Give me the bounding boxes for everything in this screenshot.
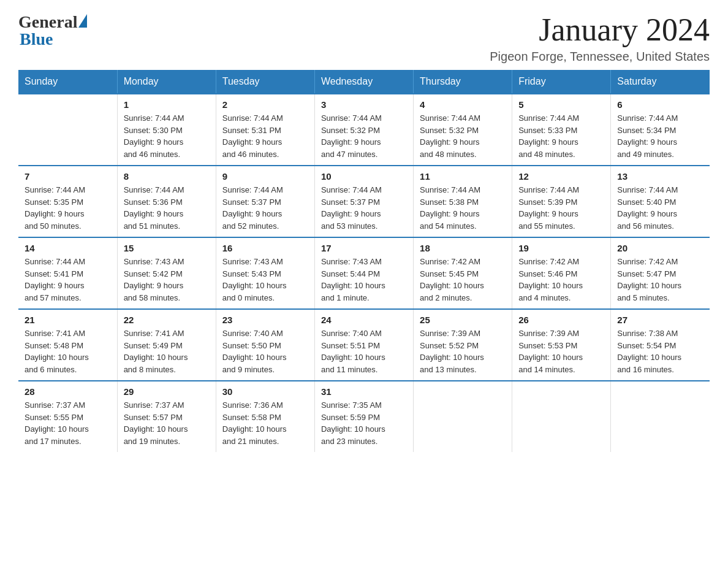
calendar-cell	[414, 381, 512, 452]
day-number: 10	[321, 171, 407, 182]
calendar-week-row: 28Sunrise: 7:37 AM Sunset: 5:55 PM Dayli…	[18, 381, 710, 452]
day-number: 23	[222, 315, 308, 325]
day-number: 19	[518, 243, 604, 253]
day-info: Sunrise: 7:41 AM Sunset: 5:48 PM Dayligh…	[25, 327, 111, 375]
calendar-cell: 5Sunrise: 7:44 AM Sunset: 5:33 PM Daylig…	[512, 94, 611, 166]
day-number: 24	[321, 315, 407, 325]
day-number: 3	[321, 99, 407, 110]
day-info: Sunrise: 7:40 AM Sunset: 5:50 PM Dayligh…	[222, 327, 308, 375]
calendar-cell: 30Sunrise: 7:36 AM Sunset: 5:58 PM Dayli…	[216, 381, 314, 452]
calendar-cell: 20Sunrise: 7:42 AM Sunset: 5:47 PM Dayli…	[611, 237, 710, 309]
day-info: Sunrise: 7:37 AM Sunset: 5:57 PM Dayligh…	[124, 399, 210, 447]
day-number: 29	[124, 386, 210, 397]
calendar-cell: 13Sunrise: 7:44 AM Sunset: 5:40 PM Dayli…	[611, 166, 710, 237]
day-number: 30	[222, 386, 308, 397]
day-number: 20	[617, 243, 703, 253]
day-number: 11	[420, 171, 506, 182]
day-number: 17	[321, 243, 407, 253]
calendar-cell: 14Sunrise: 7:44 AM Sunset: 5:41 PM Dayli…	[18, 237, 117, 309]
logo: General Blue	[18, 12, 87, 49]
calendar-table: SundayMondayTuesdayWednesdayThursdayFrid…	[18, 70, 710, 452]
day-info: Sunrise: 7:44 AM Sunset: 5:36 PM Dayligh…	[124, 184, 210, 232]
day-number: 2	[222, 99, 308, 110]
day-info: Sunrise: 7:42 AM Sunset: 5:46 PM Dayligh…	[518, 256, 604, 304]
day-number: 18	[420, 243, 506, 253]
calendar-cell	[611, 381, 710, 452]
calendar-cell: 17Sunrise: 7:43 AM Sunset: 5:44 PM Dayli…	[314, 237, 413, 309]
day-number: 16	[222, 243, 308, 253]
day-info: Sunrise: 7:36 AM Sunset: 5:58 PM Dayligh…	[222, 399, 308, 447]
calendar-cell: 12Sunrise: 7:44 AM Sunset: 5:39 PM Dayli…	[512, 166, 611, 237]
calendar-cell: 26Sunrise: 7:39 AM Sunset: 5:53 PM Dayli…	[512, 309, 611, 381]
day-info: Sunrise: 7:42 AM Sunset: 5:45 PM Dayligh…	[420, 256, 506, 304]
calendar-cell: 23Sunrise: 7:40 AM Sunset: 5:50 PM Dayli…	[216, 309, 314, 381]
day-number: 9	[222, 171, 308, 182]
day-number: 28	[25, 386, 111, 397]
day-info: Sunrise: 7:44 AM Sunset: 5:37 PM Dayligh…	[222, 184, 308, 232]
calendar-cell: 21Sunrise: 7:41 AM Sunset: 5:48 PM Dayli…	[18, 309, 117, 381]
location-text: Pigeon Forge, Tennessee, United States	[490, 50, 710, 64]
day-number: 13	[617, 171, 703, 182]
day-info: Sunrise: 7:37 AM Sunset: 5:55 PM Dayligh…	[25, 399, 111, 447]
day-info: Sunrise: 7:44 AM Sunset: 5:39 PM Dayligh…	[518, 184, 604, 232]
day-info: Sunrise: 7:43 AM Sunset: 5:42 PM Dayligh…	[124, 256, 210, 304]
day-info: Sunrise: 7:43 AM Sunset: 5:43 PM Dayligh…	[222, 256, 308, 304]
day-number: 6	[617, 99, 703, 110]
calendar-cell: 19Sunrise: 7:42 AM Sunset: 5:46 PM Dayli…	[512, 237, 611, 309]
calendar-cell: 1Sunrise: 7:44 AM Sunset: 5:30 PM Daylig…	[117, 94, 216, 166]
day-number: 7	[25, 171, 111, 182]
day-info: Sunrise: 7:44 AM Sunset: 5:41 PM Dayligh…	[25, 256, 111, 304]
day-number: 21	[25, 315, 111, 325]
day-number: 27	[617, 315, 703, 325]
day-info: Sunrise: 7:42 AM Sunset: 5:47 PM Dayligh…	[617, 256, 703, 304]
page-header: General Blue January 2024 Pigeon Forge, …	[18, 12, 710, 64]
calendar-cell: 6Sunrise: 7:44 AM Sunset: 5:34 PM Daylig…	[611, 94, 710, 166]
calendar-cell: 4Sunrise: 7:44 AM Sunset: 5:32 PM Daylig…	[414, 94, 512, 166]
day-info: Sunrise: 7:44 AM Sunset: 5:40 PM Dayligh…	[617, 184, 703, 232]
day-info: Sunrise: 7:44 AM Sunset: 5:33 PM Dayligh…	[518, 112, 604, 160]
calendar-cell: 22Sunrise: 7:41 AM Sunset: 5:49 PM Dayli…	[117, 309, 216, 381]
weekday-header-saturday: Saturday	[611, 70, 710, 94]
calendar-cell: 16Sunrise: 7:43 AM Sunset: 5:43 PM Dayli…	[216, 237, 314, 309]
day-info: Sunrise: 7:38 AM Sunset: 5:54 PM Dayligh…	[617, 327, 703, 375]
day-number: 1	[124, 99, 210, 110]
day-info: Sunrise: 7:39 AM Sunset: 5:53 PM Dayligh…	[518, 327, 604, 375]
day-number: 14	[25, 243, 111, 253]
day-info: Sunrise: 7:44 AM Sunset: 5:31 PM Dayligh…	[222, 112, 308, 160]
day-info: Sunrise: 7:43 AM Sunset: 5:44 PM Dayligh…	[321, 256, 407, 304]
calendar-cell: 9Sunrise: 7:44 AM Sunset: 5:37 PM Daylig…	[216, 166, 314, 237]
logo-blue-text: Blue	[20, 29, 53, 49]
weekday-header-monday: Monday	[117, 70, 216, 94]
calendar-cell: 3Sunrise: 7:44 AM Sunset: 5:32 PM Daylig…	[314, 94, 413, 166]
logo-triangle-icon	[78, 14, 87, 28]
calendar-cell: 8Sunrise: 7:44 AM Sunset: 5:36 PM Daylig…	[117, 166, 216, 237]
calendar-cell: 29Sunrise: 7:37 AM Sunset: 5:57 PM Dayli…	[117, 381, 216, 452]
day-info: Sunrise: 7:44 AM Sunset: 5:32 PM Dayligh…	[321, 112, 407, 160]
day-info: Sunrise: 7:44 AM Sunset: 5:32 PM Dayligh…	[420, 112, 506, 160]
calendar-cell	[18, 94, 117, 166]
day-info: Sunrise: 7:44 AM Sunset: 5:38 PM Dayligh…	[420, 184, 506, 232]
calendar-header-row: SundayMondayTuesdayWednesdayThursdayFrid…	[18, 70, 710, 94]
month-title: January 2024	[490, 12, 710, 47]
calendar-week-row: 21Sunrise: 7:41 AM Sunset: 5:48 PM Dayli…	[18, 309, 710, 381]
day-info: Sunrise: 7:44 AM Sunset: 5:35 PM Dayligh…	[25, 184, 111, 232]
calendar-cell	[512, 381, 611, 452]
weekday-header-thursday: Thursday	[414, 70, 512, 94]
day-info: Sunrise: 7:41 AM Sunset: 5:49 PM Dayligh…	[124, 327, 210, 375]
calendar-cell: 15Sunrise: 7:43 AM Sunset: 5:42 PM Dayli…	[117, 237, 216, 309]
day-number: 15	[124, 243, 210, 253]
day-number: 5	[518, 99, 604, 110]
calendar-week-row: 7Sunrise: 7:44 AM Sunset: 5:35 PM Daylig…	[18, 166, 710, 237]
day-number: 12	[518, 171, 604, 182]
calendar-week-row: 14Sunrise: 7:44 AM Sunset: 5:41 PM Dayli…	[18, 237, 710, 309]
calendar-cell: 11Sunrise: 7:44 AM Sunset: 5:38 PM Dayli…	[414, 166, 512, 237]
weekday-header-friday: Friday	[512, 70, 611, 94]
day-info: Sunrise: 7:44 AM Sunset: 5:30 PM Dayligh…	[124, 112, 210, 160]
day-info: Sunrise: 7:44 AM Sunset: 5:34 PM Dayligh…	[617, 112, 703, 160]
title-area: January 2024 Pigeon Forge, Tennessee, Un…	[490, 12, 710, 64]
calendar-week-row: 1Sunrise: 7:44 AM Sunset: 5:30 PM Daylig…	[18, 94, 710, 166]
calendar-cell: 7Sunrise: 7:44 AM Sunset: 5:35 PM Daylig…	[18, 166, 117, 237]
day-number: 4	[420, 99, 506, 110]
calendar-cell: 10Sunrise: 7:44 AM Sunset: 5:37 PM Dayli…	[314, 166, 413, 237]
day-info: Sunrise: 7:44 AM Sunset: 5:37 PM Dayligh…	[321, 184, 407, 232]
